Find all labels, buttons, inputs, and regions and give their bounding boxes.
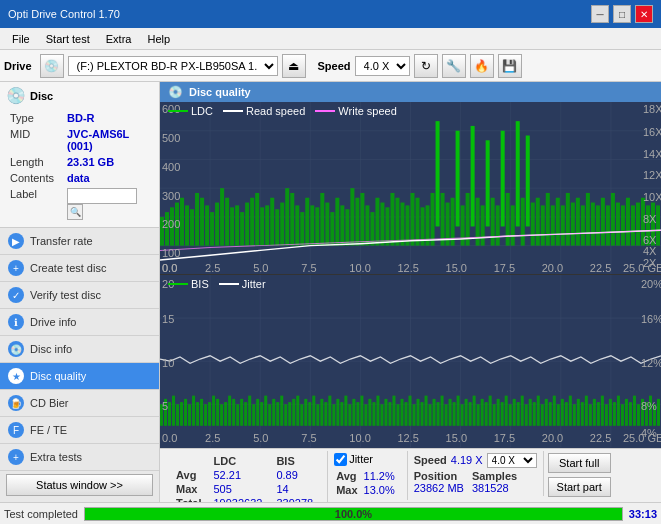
- disc-info-label: Disc info: [30, 343, 72, 355]
- svg-rect-109: [636, 203, 640, 246]
- svg-rect-197: [336, 399, 339, 426]
- svg-rect-167: [216, 399, 219, 426]
- chart-header-icon: 💿: [168, 85, 183, 99]
- svg-rect-88: [531, 203, 535, 246]
- burn-button[interactable]: 🔥: [470, 54, 494, 78]
- svg-rect-163: [200, 399, 203, 426]
- svg-rect-157: [176, 405, 179, 427]
- refresh-button[interactable]: ↻: [414, 54, 438, 78]
- svg-rect-194: [324, 402, 327, 426]
- total-row: Total 19932632 339278: [172, 497, 319, 502]
- svg-rect-215: [408, 396, 411, 426]
- drive-select[interactable]: (F:) PLEXTOR BD-R PX-LB950SA 1.06: [68, 56, 278, 76]
- svg-rect-188: [300, 405, 303, 427]
- svg-rect-166: [212, 396, 215, 426]
- svg-rect-257: [577, 399, 580, 426]
- start-part-button[interactable]: Start part: [548, 477, 611, 497]
- svg-rect-35: [265, 205, 269, 245]
- sidebar-item-drive-info[interactable]: ℹ Drive info: [0, 309, 159, 336]
- svg-rect-231: [473, 396, 476, 426]
- sidebar-item-extra-tests[interactable]: + Extra tests: [0, 444, 159, 471]
- svg-text:20%: 20%: [641, 278, 661, 290]
- svg-text:400: 400: [162, 161, 180, 173]
- svg-rect-18: [180, 198, 184, 246]
- jitter-checkbox[interactable]: [334, 453, 347, 466]
- maximize-button[interactable]: □: [613, 5, 631, 23]
- svg-rect-164: [204, 405, 207, 427]
- svg-rect-230: [469, 402, 472, 426]
- ldc-bis-table: LDC BIS Avg 52.21 0.89 Max 505 14: [170, 453, 321, 502]
- svg-rect-255: [569, 396, 572, 426]
- svg-rect-96: [571, 203, 575, 246]
- chart-header: 💿 Disc quality: [160, 82, 661, 102]
- disc-quality-label: Disc quality: [30, 370, 86, 382]
- svg-rect-54: [360, 193, 364, 246]
- sidebar: 💿 Disc Type BD-R MID JVC-AMS6L (001) Len…: [0, 82, 160, 502]
- svg-rect-248: [541, 405, 544, 427]
- svg-rect-27: [225, 198, 229, 246]
- svg-rect-86: [521, 198, 525, 246]
- close-button[interactable]: ✕: [635, 5, 653, 23]
- svg-rect-64: [411, 193, 415, 246]
- sidebar-item-transfer-rate[interactable]: ▶ Transfer rate: [0, 228, 159, 255]
- main-area: 💿 Disc Type BD-R MID JVC-AMS6L (001) Len…: [0, 82, 661, 502]
- svg-rect-168: [220, 405, 223, 427]
- svg-rect-272: [637, 405, 640, 427]
- svg-rect-250: [549, 402, 552, 426]
- sidebar-item-disc-info[interactable]: 💿 Disc info: [0, 336, 159, 363]
- disc-label-button[interactable]: 🔍: [67, 204, 83, 220]
- menu-start-test[interactable]: Start test: [38, 31, 98, 47]
- minimize-button[interactable]: ─: [591, 5, 609, 23]
- legend-jitter: Jitter: [219, 278, 266, 290]
- save-button[interactable]: 💾: [498, 54, 522, 78]
- svg-rect-228: [461, 405, 464, 427]
- sidebar-item-disc-quality[interactable]: ★ Disc quality: [0, 363, 159, 390]
- svg-rect-84: [511, 205, 515, 245]
- settings-button[interactable]: 🔧: [442, 54, 466, 78]
- jitter-checkbox-row: Jitter: [334, 453, 401, 466]
- max-jitter-val: 13.0%: [360, 484, 399, 496]
- speed-stat-label: Speed: [414, 454, 447, 466]
- avg-ldc: 52.21: [207, 469, 268, 481]
- svg-text:2.5: 2.5: [205, 263, 220, 275]
- sidebar-item-fe-te[interactable]: F FE / TE: [0, 417, 159, 444]
- upper-chart: LDC Read speed Write speed: [160, 102, 661, 275]
- svg-rect-78: [481, 205, 485, 245]
- svg-rect-193: [320, 399, 323, 426]
- svg-text:17.5: 17.5: [494, 432, 515, 444]
- svg-rect-175: [248, 396, 251, 426]
- menu-help[interactable]: Help: [139, 31, 178, 47]
- svg-rect-83: [506, 193, 510, 246]
- speed-select[interactable]: 4.0 X: [355, 56, 410, 76]
- speed-stat-select[interactable]: 4.0 X: [487, 453, 537, 468]
- menu-file[interactable]: File: [4, 31, 38, 47]
- jitter-table: Avg 11.2% Max 13.0%: [334, 468, 401, 498]
- svg-rect-182: [276, 402, 279, 426]
- svg-rect-57: [375, 198, 379, 246]
- create-test-disc-icon: +: [8, 260, 24, 276]
- svg-rect-245: [529, 399, 532, 426]
- svg-text:20.0: 20.0: [542, 432, 563, 444]
- length-value: 23.31 GB: [65, 155, 151, 169]
- drive-icon-button[interactable]: 💿: [40, 54, 64, 78]
- sidebar-item-cd-bier[interactable]: 🍺 CD Bier: [0, 390, 159, 417]
- svg-rect-161: [192, 396, 195, 426]
- avg-jitter-label: Avg: [336, 470, 357, 482]
- svg-rect-99: [586, 193, 590, 246]
- status-window-button[interactable]: Status window >>: [6, 474, 153, 496]
- svg-text:12.5: 12.5: [397, 263, 418, 275]
- disc-info-table: Type BD-R MID JVC-AMS6L (001) Length 23.…: [6, 109, 153, 223]
- start-full-button[interactable]: Start full: [548, 453, 611, 473]
- disc-label-input[interactable]: [67, 188, 137, 204]
- avg-label: Avg: [172, 469, 205, 481]
- status-bar: Test completed 100.0% 33:13: [0, 502, 661, 524]
- eject-button[interactable]: ⏏: [282, 54, 306, 78]
- svg-rect-203: [360, 396, 363, 426]
- menu-extra[interactable]: Extra: [98, 31, 140, 47]
- svg-rect-260: [589, 405, 592, 427]
- sidebar-item-verify-test-disc[interactable]: ✓ Verify test disc: [0, 282, 159, 309]
- sidebar-item-create-test-disc[interactable]: + Create test disc: [0, 255, 159, 282]
- svg-rect-249: [545, 399, 548, 426]
- svg-rect-174: [244, 402, 247, 426]
- avg-jitter-val: 11.2%: [360, 470, 399, 482]
